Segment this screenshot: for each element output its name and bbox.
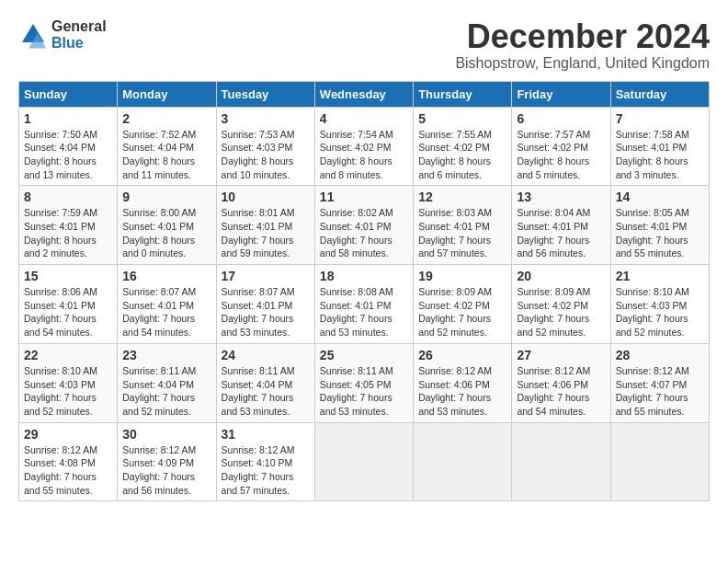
- calendar-day-4: 4Sunrise: 7:54 AM Sunset: 4:02 PM Daylig…: [314, 107, 413, 186]
- day-info: Sunrise: 7:54 AM Sunset: 4:02 PM Dayligh…: [320, 128, 408, 182]
- calendar-week-1: 1Sunrise: 7:50 AM Sunset: 4:04 PM Daylig…: [19, 107, 710, 186]
- calendar-day-13: 13Sunrise: 8:04 AM Sunset: 4:01 PM Dayli…: [512, 186, 610, 265]
- calendar-table: SundayMondayTuesdayWednesdayThursdayFrid…: [18, 81, 710, 502]
- day-number: 21: [616, 269, 704, 283]
- day-number: 7: [616, 111, 704, 126]
- page-header: General Blue December 2024 Bishopstrow, …: [18, 18, 710, 72]
- calendar-day-25: 25Sunrise: 8:11 AM Sunset: 4:05 PM Dayli…: [314, 343, 413, 422]
- day-number: 28: [616, 348, 704, 362]
- logo-icon: [18, 20, 48, 50]
- calendar-day-5: 5Sunrise: 7:55 AM Sunset: 4:02 PM Daylig…: [414, 107, 512, 186]
- empty-cell: [512, 422, 610, 501]
- day-number: 18: [320, 269, 408, 283]
- calendar-day-26: 26Sunrise: 8:12 AM Sunset: 4:06 PM Dayli…: [414, 343, 512, 422]
- day-info: Sunrise: 8:04 AM Sunset: 4:01 PM Dayligh…: [517, 206, 605, 260]
- day-number: 2: [122, 111, 210, 126]
- day-info: Sunrise: 8:11 AM Sunset: 4:04 PM Dayligh…: [222, 364, 310, 419]
- day-info: Sunrise: 8:07 AM Sunset: 4:01 PM Dayligh…: [222, 285, 310, 339]
- weekday-header-thursday: Thursday: [414, 81, 512, 107]
- day-info: Sunrise: 7:59 AM Sunset: 4:01 PM Dayligh…: [24, 206, 112, 260]
- weekday-header-friday: Friday: [512, 81, 610, 107]
- calendar-day-24: 24Sunrise: 8:11 AM Sunset: 4:04 PM Dayli…: [216, 343, 314, 422]
- calendar-day-29: 29Sunrise: 8:12 AM Sunset: 4:08 PM Dayli…: [19, 422, 118, 501]
- day-number: 26: [418, 348, 506, 362]
- day-number: 27: [517, 348, 605, 362]
- title-block: December 2024 Bishopstrow, England, Unit…: [455, 18, 710, 72]
- calendar-day-8: 8Sunrise: 7:59 AM Sunset: 4:01 PM Daylig…: [19, 186, 118, 265]
- calendar-day-18: 18Sunrise: 8:08 AM Sunset: 4:01 PM Dayli…: [314, 265, 413, 344]
- day-number: 20: [517, 269, 605, 283]
- day-number: 25: [320, 348, 408, 362]
- calendar-week-3: 15Sunrise: 8:06 AM Sunset: 4:01 PM Dayli…: [19, 265, 710, 344]
- day-info: Sunrise: 7:55 AM Sunset: 4:02 PM Dayligh…: [418, 128, 506, 182]
- day-info: Sunrise: 8:12 AM Sunset: 4:07 PM Dayligh…: [616, 364, 704, 419]
- day-number: 17: [222, 269, 310, 283]
- logo: General Blue: [18, 18, 107, 52]
- calendar-day-17: 17Sunrise: 8:07 AM Sunset: 4:01 PM Dayli…: [216, 265, 314, 344]
- day-info: Sunrise: 8:11 AM Sunset: 4:04 PM Dayligh…: [122, 364, 210, 419]
- day-number: 15: [24, 269, 112, 283]
- day-number: 19: [418, 269, 506, 283]
- day-info: Sunrise: 7:58 AM Sunset: 4:01 PM Dayligh…: [616, 128, 704, 182]
- calendar-day-3: 3Sunrise: 7:53 AM Sunset: 4:03 PM Daylig…: [216, 107, 314, 186]
- day-info: Sunrise: 7:50 AM Sunset: 4:04 PM Dayligh…: [24, 128, 112, 182]
- calendar-week-4: 22Sunrise: 8:10 AM Sunset: 4:03 PM Dayli…: [19, 343, 710, 422]
- weekday-header-row: SundayMondayTuesdayWednesdayThursdayFrid…: [19, 81, 710, 107]
- day-info: Sunrise: 8:12 AM Sunset: 4:10 PM Dayligh…: [222, 443, 310, 498]
- day-info: Sunrise: 8:10 AM Sunset: 4:03 PM Dayligh…: [616, 285, 704, 339]
- day-number: 1: [24, 111, 112, 126]
- day-number: 24: [222, 348, 310, 362]
- calendar-day-21: 21Sunrise: 8:10 AM Sunset: 4:03 PM Dayli…: [610, 265, 709, 344]
- day-info: Sunrise: 8:12 AM Sunset: 4:09 PM Dayligh…: [122, 443, 210, 498]
- day-info: Sunrise: 7:53 AM Sunset: 4:03 PM Dayligh…: [222, 128, 310, 182]
- day-info: Sunrise: 8:12 AM Sunset: 4:08 PM Dayligh…: [24, 443, 112, 498]
- calendar-day-30: 30Sunrise: 8:12 AM Sunset: 4:09 PM Dayli…: [118, 422, 216, 501]
- calendar-day-9: 9Sunrise: 8:00 AM Sunset: 4:01 PM Daylig…: [118, 186, 216, 265]
- day-number: 31: [222, 427, 310, 442]
- day-info: Sunrise: 8:07 AM Sunset: 4:01 PM Dayligh…: [122, 285, 210, 339]
- day-info: Sunrise: 8:01 AM Sunset: 4:01 PM Dayligh…: [222, 206, 310, 260]
- empty-cell: [314, 422, 413, 501]
- day-number: 3: [222, 111, 310, 126]
- calendar-day-22: 22Sunrise: 8:10 AM Sunset: 4:03 PM Dayli…: [19, 343, 118, 422]
- weekday-header-tuesday: Tuesday: [216, 81, 314, 107]
- empty-cell: [610, 422, 709, 501]
- calendar-day-23: 23Sunrise: 8:11 AM Sunset: 4:04 PM Dayli…: [118, 343, 216, 422]
- day-info: Sunrise: 8:00 AM Sunset: 4:01 PM Dayligh…: [122, 206, 210, 260]
- day-info: Sunrise: 8:06 AM Sunset: 4:01 PM Dayligh…: [24, 285, 112, 339]
- day-number: 4: [320, 111, 408, 126]
- weekday-header-sunday: Sunday: [19, 81, 118, 107]
- day-info: Sunrise: 7:52 AM Sunset: 4:04 PM Dayligh…: [122, 128, 210, 182]
- calendar-day-19: 19Sunrise: 8:09 AM Sunset: 4:02 PM Dayli…: [414, 265, 512, 344]
- day-info: Sunrise: 8:09 AM Sunset: 4:02 PM Dayligh…: [418, 285, 506, 339]
- day-info: Sunrise: 8:05 AM Sunset: 4:01 PM Dayligh…: [616, 206, 704, 260]
- calendar-day-31: 31Sunrise: 8:12 AM Sunset: 4:10 PM Dayli…: [216, 422, 314, 501]
- day-number: 13: [517, 190, 605, 204]
- calendar-day-7: 7Sunrise: 7:58 AM Sunset: 4:01 PM Daylig…: [610, 107, 709, 186]
- calendar-header: SundayMondayTuesdayWednesdayThursdayFrid…: [19, 81, 710, 107]
- day-info: Sunrise: 8:03 AM Sunset: 4:01 PM Dayligh…: [418, 206, 506, 260]
- calendar-day-14: 14Sunrise: 8:05 AM Sunset: 4:01 PM Dayli…: [610, 186, 709, 265]
- calendar-week-5: 29Sunrise: 8:12 AM Sunset: 4:08 PM Dayli…: [19, 422, 710, 501]
- day-info: Sunrise: 8:12 AM Sunset: 4:06 PM Dayligh…: [418, 364, 506, 419]
- calendar-day-6: 6Sunrise: 7:57 AM Sunset: 4:02 PM Daylig…: [512, 107, 610, 186]
- day-number: 30: [122, 427, 210, 442]
- day-info: Sunrise: 8:09 AM Sunset: 4:02 PM Dayligh…: [517, 285, 605, 339]
- weekday-header-saturday: Saturday: [610, 81, 709, 107]
- calendar-day-28: 28Sunrise: 8:12 AM Sunset: 4:07 PM Dayli…: [610, 343, 709, 422]
- day-number: 6: [517, 111, 605, 126]
- logo-text: General Blue: [51, 18, 107, 52]
- day-info: Sunrise: 8:11 AM Sunset: 4:05 PM Dayligh…: [320, 364, 408, 419]
- subtitle: Bishopstrow, England, United Kingdom: [455, 55, 710, 72]
- calendar-day-12: 12Sunrise: 8:03 AM Sunset: 4:01 PM Dayli…: [414, 186, 512, 265]
- day-number: 12: [418, 190, 506, 204]
- day-number: 11: [320, 190, 408, 204]
- calendar-day-16: 16Sunrise: 8:07 AM Sunset: 4:01 PM Dayli…: [118, 265, 216, 344]
- calendar-day-15: 15Sunrise: 8:06 AM Sunset: 4:01 PM Dayli…: [19, 265, 118, 344]
- day-number: 16: [122, 269, 210, 283]
- calendar-body: 1Sunrise: 7:50 AM Sunset: 4:04 PM Daylig…: [19, 107, 710, 501]
- empty-cell: [414, 422, 512, 501]
- calendar-day-20: 20Sunrise: 8:09 AM Sunset: 4:02 PM Dayli…: [512, 265, 610, 344]
- calendar-day-10: 10Sunrise: 8:01 AM Sunset: 4:01 PM Dayli…: [216, 186, 314, 265]
- day-number: 23: [122, 348, 210, 362]
